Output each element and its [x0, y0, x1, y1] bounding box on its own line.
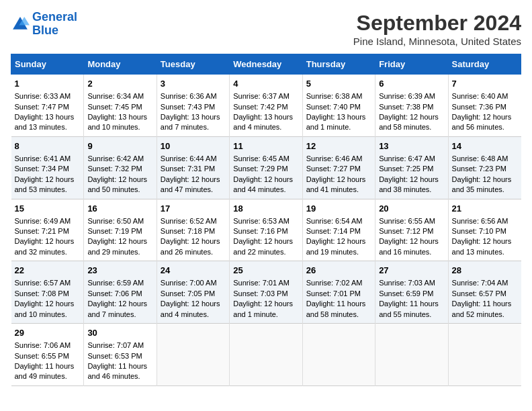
- daylight: Daylight: 12 hours and 41 minutes.: [306, 175, 366, 193]
- day-number: 15: [15, 203, 81, 215]
- day-number: 5: [306, 78, 371, 90]
- sunrise: Sunrise: 6:52 AM: [161, 217, 217, 225]
- daylight: Daylight: 12 hours and 56 minutes.: [452, 113, 512, 131]
- sunset: Sunset: 7:16 PM: [233, 227, 287, 235]
- calendar-cell: 28Sunrise: 7:04 AMSunset: 6:57 PMDayligh…: [448, 261, 521, 324]
- daylight: Daylight: 12 hours and 1 minute.: [233, 300, 293, 318]
- calendar-cell: 6Sunrise: 6:39 AMSunset: 7:38 PMDaylight…: [375, 75, 448, 137]
- logo-line2: Blue: [32, 24, 58, 37]
- logo: General Blue: [11, 11, 77, 38]
- calendar-cell: 13Sunrise: 6:47 AMSunset: 7:25 PMDayligh…: [375, 136, 448, 199]
- daylight: Daylight: 12 hours and 29 minutes.: [87, 237, 147, 255]
- daylight: Daylight: 13 hours and 1 minute.: [306, 113, 366, 131]
- sunset: Sunset: 7:06 PM: [87, 289, 142, 298]
- daylight: Daylight: 12 hours and 7 minutes.: [87, 300, 147, 318]
- sunrise: Sunrise: 6:50 AM: [87, 217, 144, 225]
- sunset: Sunset: 7:03 PM: [233, 289, 287, 298]
- day-number: 25: [233, 265, 298, 277]
- day-number: 1: [15, 78, 81, 90]
- sunrise: Sunrise: 7:07 AM: [87, 341, 144, 349]
- day-number: 26: [306, 265, 371, 277]
- calendar-cell: 27Sunrise: 7:03 AMSunset: 6:59 PMDayligh…: [375, 261, 448, 324]
- calendar-cell: 30Sunrise: 7:07 AMSunset: 6:53 PMDayligh…: [84, 324, 157, 386]
- day-number: 18: [233, 203, 298, 215]
- calendar-cell: 2Sunrise: 6:34 AMSunset: 7:45 PMDaylight…: [84, 75, 157, 137]
- sunrise: Sunrise: 7:00 AM: [161, 279, 217, 287]
- week-row-3: 15Sunrise: 6:49 AMSunset: 7:21 PMDayligh…: [11, 199, 521, 261]
- day-number: 27: [379, 265, 444, 277]
- sunset: Sunset: 7:23 PM: [452, 165, 506, 173]
- daylight: Daylight: 13 hours and 7 minutes.: [161, 113, 220, 131]
- calendar-cell: 11Sunrise: 6:45 AMSunset: 7:29 PMDayligh…: [230, 136, 302, 199]
- sunset: Sunset: 6:55 PM: [15, 352, 69, 360]
- logo-icon: [11, 15, 30, 34]
- day-number: 20: [379, 203, 444, 215]
- sunrise: Sunrise: 6:49 AM: [15, 217, 71, 225]
- day-number: 21: [452, 203, 518, 215]
- daylight: Daylight: 12 hours and 22 minutes.: [233, 237, 293, 255]
- header-saturday: Saturday: [448, 54, 521, 75]
- calendar-cell: [448, 324, 521, 386]
- calendar-cell: 15Sunrise: 6:49 AMSunset: 7:21 PMDayligh…: [11, 199, 84, 261]
- daylight: Daylight: 12 hours and 4 minutes.: [161, 300, 220, 318]
- header-monday: Monday: [84, 54, 157, 75]
- calendar-cell: 29Sunrise: 7:06 AMSunset: 6:55 PMDayligh…: [11, 324, 84, 386]
- day-number: 9: [87, 140, 152, 152]
- daylight: Daylight: 13 hours and 10 minutes.: [87, 113, 147, 131]
- header-row: SundayMondayTuesdayWednesdayThursdayFrid…: [11, 54, 521, 75]
- daylight: Daylight: 12 hours and 47 minutes.: [161, 175, 220, 193]
- sunrise: Sunrise: 6:38 AM: [306, 92, 363, 100]
- sunset: Sunset: 7:34 PM: [15, 165, 69, 173]
- sunrise: Sunrise: 7:06 AM: [15, 341, 71, 349]
- daylight: Daylight: 12 hours and 16 minutes.: [379, 237, 439, 255]
- sunset: Sunset: 7:32 PM: [87, 165, 142, 173]
- page-title: September 2024: [353, 11, 521, 36]
- day-number: 2: [87, 78, 152, 90]
- sunset: Sunset: 7:31 PM: [161, 165, 215, 173]
- title-block: September 2024 Pine Island, Minnesota, U…: [353, 11, 521, 47]
- calendar-cell: 26Sunrise: 7:02 AMSunset: 7:01 PMDayligh…: [302, 261, 375, 324]
- sunset: Sunset: 7:38 PM: [379, 103, 433, 111]
- calendar-cell: 19Sunrise: 6:54 AMSunset: 7:14 PMDayligh…: [302, 199, 375, 261]
- daylight: Daylight: 12 hours and 38 minutes.: [379, 175, 439, 193]
- calendar-cell: 17Sunrise: 6:52 AMSunset: 7:18 PMDayligh…: [157, 199, 229, 261]
- day-number: 16: [87, 203, 152, 215]
- daylight: Daylight: 11 hours and 58 minutes.: [306, 300, 366, 318]
- day-number: 7: [452, 78, 518, 90]
- day-number: 11: [233, 140, 298, 152]
- sunset: Sunset: 7:12 PM: [379, 227, 433, 235]
- sunset: Sunset: 6:57 PM: [452, 289, 506, 298]
- daylight: Daylight: 12 hours and 53 minutes.: [15, 175, 75, 193]
- sunrise: Sunrise: 6:46 AM: [306, 154, 363, 163]
- week-row-2: 8Sunrise: 6:41 AMSunset: 7:34 PMDaylight…: [11, 136, 521, 199]
- logo-line1: General: [32, 10, 77, 24]
- daylight: Daylight: 12 hours and 50 minutes.: [87, 175, 147, 193]
- sunrise: Sunrise: 6:56 AM: [452, 217, 508, 225]
- sunrise: Sunrise: 6:44 AM: [161, 154, 217, 163]
- sunrise: Sunrise: 6:53 AM: [233, 217, 290, 225]
- day-number: 14: [452, 140, 518, 152]
- sunset: Sunset: 6:59 PM: [379, 289, 433, 298]
- sunrise: Sunrise: 6:42 AM: [87, 154, 144, 163]
- sunrise: Sunrise: 6:55 AM: [379, 217, 435, 225]
- daylight: Daylight: 11 hours and 55 minutes.: [379, 300, 439, 318]
- sunset: Sunset: 7:27 PM: [306, 165, 361, 173]
- calendar-cell: 1Sunrise: 6:33 AMSunset: 7:47 PMDaylight…: [11, 75, 84, 137]
- daylight: Daylight: 11 hours and 49 minutes.: [15, 362, 75, 380]
- sunrise: Sunrise: 7:03 AM: [379, 279, 435, 287]
- sunrise: Sunrise: 7:01 AM: [233, 279, 290, 287]
- calendar-cell: 9Sunrise: 6:42 AMSunset: 7:32 PMDaylight…: [84, 136, 157, 199]
- calendar-cell: 5Sunrise: 6:38 AMSunset: 7:40 PMDaylight…: [302, 75, 375, 137]
- week-row-4: 22Sunrise: 6:57 AMSunset: 7:08 PMDayligh…: [11, 261, 521, 324]
- calendar-cell: 20Sunrise: 6:55 AMSunset: 7:12 PMDayligh…: [375, 199, 448, 261]
- daylight: Daylight: 11 hours and 52 minutes.: [452, 300, 512, 318]
- daylight: Daylight: 12 hours and 13 minutes.: [452, 237, 512, 255]
- calendar-cell: 25Sunrise: 7:01 AMSunset: 7:03 PMDayligh…: [230, 261, 302, 324]
- sunset: Sunset: 7:18 PM: [161, 227, 215, 235]
- sunrise: Sunrise: 7:04 AM: [452, 279, 508, 287]
- calendar-cell: 18Sunrise: 6:53 AMSunset: 7:16 PMDayligh…: [230, 199, 302, 261]
- sunset: Sunset: 7:45 PM: [87, 103, 142, 111]
- day-number: 30: [87, 327, 152, 339]
- calendar-cell: 4Sunrise: 6:37 AMSunset: 7:42 PMDaylight…: [230, 75, 302, 137]
- logo-text: General Blue: [32, 11, 77, 38]
